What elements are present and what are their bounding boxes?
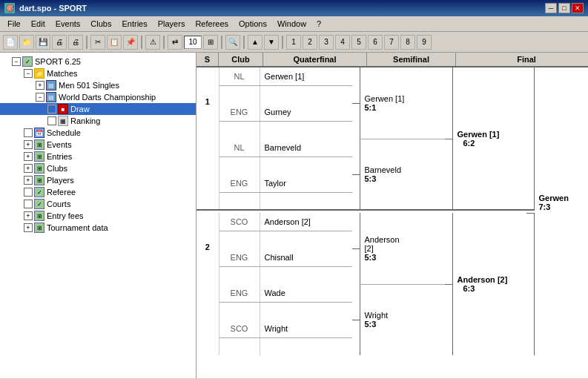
main-layout: − ✓ SPORT 6.25 − 📁 Matches + ▤ Men 501 S…	[0, 53, 588, 378]
sport-icon: ✓	[22, 56, 33, 67]
open-icon[interactable]: 📁	[19, 35, 34, 50]
toggle-worlddarts[interactable]: −	[36, 93, 44, 102]
toggle-matches[interactable]: −	[24, 69, 33, 78]
toggle-entryfees[interactable]: +	[24, 211, 33, 220]
round-9[interactable]: 9	[417, 35, 432, 50]
print2-icon[interactable]: 🖨	[68, 35, 83, 50]
cut-icon[interactable]: ✂	[90, 35, 105, 50]
sidebar-item-schedule[interactable]: 📅 Schedule	[0, 127, 196, 139]
qf-winner-barneveld: Barneveld 5:3	[360, 139, 445, 210]
player-chisnall: Chisnall	[260, 248, 352, 266]
qf-winner-gerwen: Gerwen [1] 5:1	[360, 67, 445, 139]
sidebar-item-entries[interactable]: + ⊞ Entries	[0, 151, 196, 162]
player-empty2	[260, 121, 352, 139]
toggle-entries[interactable]: +	[24, 152, 33, 161]
menu-options[interactable]: Options	[234, 18, 271, 30]
content-area: S Club Quaterfinal Semifinal Final	[196, 53, 588, 378]
player-empty3	[260, 156, 352, 174]
club-empty3	[219, 156, 260, 174]
round-8[interactable]: 8	[400, 35, 415, 50]
table-row: 2 SCO Anderson [2] Anderson [2] 5:3 Ande…	[196, 213, 588, 231]
copy-icon[interactable]: 📋	[107, 35, 122, 50]
round-2[interactable]: 2	[303, 35, 317, 50]
player-taylor: Taylor	[260, 174, 352, 192]
round-4[interactable]: 4	[335, 35, 350, 50]
close-button[interactable]: ✕	[572, 3, 584, 13]
menu-players[interactable]: Players	[153, 18, 190, 30]
matches-label: Matches	[47, 69, 78, 78]
header-qf: Quaterfinal	[263, 53, 367, 66]
round-icon[interactable]: ⊞	[203, 35, 218, 50]
sidebar-item-worlddarts[interactable]: − ▤ World Darts Championship	[0, 91, 196, 103]
toggle-clubs[interactable]: +	[24, 164, 33, 173]
player-empty4	[260, 192, 352, 210]
search-icon[interactable]: 🔍	[225, 35, 240, 50]
tournament-icon: ⊞	[34, 223, 44, 233]
menu-edit[interactable]: Edit	[27, 18, 50, 30]
referee-icon: ✓	[34, 187, 44, 197]
round-number-input[interactable]	[184, 36, 202, 49]
player-wright: Wright	[260, 320, 352, 337]
sidebar-item-courts[interactable]: ✓ Courts	[0, 198, 196, 210]
player-anderson: Anderson [2]	[260, 213, 352, 231]
toggle-tournament[interactable]: +	[24, 223, 33, 232]
paste-icon[interactable]: 📌	[123, 35, 138, 50]
title-bar: 🎯 dart.spo - SPORT ─ □ ✕	[0, 0, 588, 16]
club-eng-gurney: ENG	[219, 103, 260, 121]
toggle-players[interactable]: +	[24, 176, 33, 185]
toggle-events[interactable]: +	[24, 140, 33, 149]
sidebar-item-clubs[interactable]: + ⊞ Clubs	[0, 162, 196, 174]
sidebar-item-matches[interactable]: − 📁 Matches	[0, 67, 196, 79]
sidebar-item-draw[interactable]: ■ Draw	[0, 103, 196, 115]
round-1[interactable]: 1	[286, 35, 301, 50]
sidebar-item-players[interactable]: + ⊞ Players	[0, 174, 196, 186]
club-empty6	[219, 266, 260, 284]
up-icon[interactable]: ▲	[248, 35, 262, 50]
maximize-button[interactable]: □	[558, 3, 570, 13]
menu-events[interactable]: Events	[51, 18, 85, 30]
print-icon[interactable]: 🖨	[52, 35, 67, 50]
qf-winner-anderson: Anderson [2] 5:3	[360, 213, 445, 284]
round-7[interactable]: 7	[384, 35, 399, 50]
round-6[interactable]: 6	[368, 35, 383, 50]
sidebar-item-tournament[interactable]: + ⊞ Tournament data	[0, 222, 196, 234]
courts-label: Courts	[47, 200, 70, 208]
menu-file[interactable]: File	[3, 18, 25, 30]
ranking-icon: ▦	[58, 116, 68, 126]
toolbar-sep1	[86, 36, 87, 49]
schedule-icon: 📅	[34, 128, 44, 138]
matches-icon: 📁	[34, 68, 44, 79]
round-3[interactable]: 3	[319, 35, 334, 50]
sidebar-item-men501[interactable]: + ▤ Men 501 Singles	[0, 79, 196, 91]
sidebar-item-ranking[interactable]: ▦ Ranking	[0, 115, 196, 127]
sidebar-item-events[interactable]: + ⊞ Events	[0, 139, 196, 151]
draw-label: Draw	[70, 105, 90, 113]
bracket-container: S Club Quaterfinal Semifinal Final	[196, 53, 588, 355]
toggle-men501[interactable]: +	[36, 81, 44, 90]
menu-referees[interactable]: Referees	[191, 18, 233, 30]
men501-icon: ▤	[46, 80, 56, 90]
warn-icon[interactable]: ⚠	[145, 35, 160, 50]
new-icon[interactable]: 📄	[3, 35, 18, 50]
minimize-button[interactable]: ─	[545, 3, 557, 13]
down-icon[interactable]: ▼	[264, 35, 279, 50]
sidebar-item-referee[interactable]: ✓ Referee	[0, 186, 196, 198]
menu-help[interactable]: ?	[312, 18, 326, 30]
club-eng-taylor: ENG	[219, 174, 260, 192]
nav-icon[interactable]: ⇄	[168, 35, 182, 50]
round-5[interactable]: 5	[351, 35, 366, 50]
club-empty5	[219, 231, 260, 248]
sidebar-item-sport[interactable]: − ✓ SPORT 6.25	[0, 56, 196, 67]
player-empty7	[260, 302, 352, 320]
entryfees-icon: ⊞	[34, 211, 44, 221]
save-icon[interactable]: 💾	[36, 35, 50, 50]
toggle-sport[interactable]: −	[12, 57, 21, 66]
menu-window[interactable]: Window	[273, 18, 311, 30]
menu-clubs[interactable]: Clubs	[86, 18, 116, 30]
player-gurney: Gurney	[260, 103, 352, 121]
referee-label: Referee	[47, 188, 76, 197]
menu-entries[interactable]: Entries	[117, 18, 151, 30]
sidebar-item-entryfees[interactable]: + ⊞ Entry fees	[0, 210, 196, 222]
tournament-label: Tournament data	[47, 223, 108, 232]
bracket-header: S Club Quaterfinal Semifinal Final	[196, 53, 588, 67]
